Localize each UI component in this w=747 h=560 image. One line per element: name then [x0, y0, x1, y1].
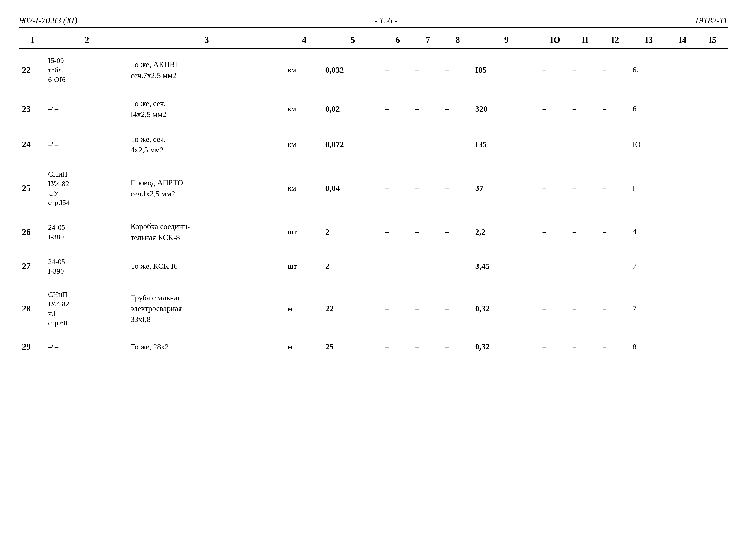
row-num: 29	[20, 335, 46, 359]
row-qty: 2	[323, 214, 383, 250]
col-header-5: 5	[323, 31, 383, 49]
row-num: 22	[20, 49, 46, 91]
col-header-8: 8	[443, 31, 473, 49]
row-d6: –	[383, 127, 413, 162]
row-d11: –	[570, 250, 600, 283]
col-header-II: II	[570, 31, 600, 49]
row-d7: –	[413, 214, 443, 250]
row-d11: –	[570, 91, 600, 127]
row-ref: СНиПIУ.4.82ч.Iстр.68	[46, 283, 128, 335]
row-note: I	[630, 162, 667, 214]
row-qty: 0,072	[323, 127, 383, 162]
row-ref: 24-05I-389	[46, 214, 128, 250]
row-d12: –	[600, 214, 630, 250]
row-d11: –	[570, 127, 600, 162]
row-d8: –	[443, 127, 473, 162]
table-row: 29–"–То же, 28x2м25–––0,32–––8	[20, 335, 727, 359]
row-unit: м	[286, 335, 323, 359]
row-ref: –"–	[46, 127, 128, 162]
row-d12: –	[600, 250, 630, 283]
row-qty: 2	[323, 250, 383, 283]
row-d6: –	[383, 49, 413, 91]
row-d11: –	[570, 49, 600, 91]
row-d8: –	[443, 91, 473, 127]
row-desc: Труба стальнаяэлектросварная33хI,8	[128, 283, 286, 335]
row-note: 8	[630, 335, 667, 359]
main-table: I 2 3 4 5 6 7 8 9 IO II I2 I3 I4 I5 22I5…	[20, 31, 727, 359]
row-d6: –	[383, 335, 413, 359]
row-desc: Провод АПРТОсеч.Iх2,5 мм2	[128, 162, 286, 214]
row-d10: –	[540, 127, 570, 162]
row-weight: 37	[473, 162, 540, 214]
row-num: 25	[20, 162, 46, 214]
row-num: 24	[20, 127, 46, 162]
row-desc: То же, сеч.4x2,5 мм2	[128, 127, 286, 162]
row-d10: –	[540, 162, 570, 214]
col-header-3: 3	[128, 31, 286, 49]
row-d10: –	[540, 49, 570, 91]
row-d8: –	[443, 250, 473, 283]
col-header-7: 7	[413, 31, 443, 49]
row-unit: км	[286, 162, 323, 214]
row-ref: –"–	[46, 91, 128, 127]
row-desc: То же, КСК-I6	[128, 250, 286, 283]
header-left: 902-I-70.83 (XI)	[20, 15, 77, 26]
col-header-I2: I2	[600, 31, 630, 49]
row-note: 4	[630, 214, 667, 250]
row-d15	[698, 335, 727, 359]
row-d7: –	[413, 335, 443, 359]
row-unit: м	[286, 283, 323, 335]
row-ref: –"–	[46, 335, 128, 359]
col-header-9: 9	[473, 31, 540, 49]
row-note: IO	[630, 127, 667, 162]
row-d12: –	[600, 49, 630, 91]
row-weight: I35	[473, 127, 540, 162]
row-qty: 0,032	[323, 49, 383, 91]
col-header-I3: I3	[630, 31, 667, 49]
row-unit: шт	[286, 250, 323, 283]
row-d14	[667, 250, 697, 283]
row-d7: –	[413, 49, 443, 91]
row-desc: То же, 28x2	[128, 335, 286, 359]
row-num: 28	[20, 283, 46, 335]
row-num: 27	[20, 250, 46, 283]
col-header-I4: I4	[667, 31, 697, 49]
row-d7: –	[413, 250, 443, 283]
row-d15	[698, 127, 727, 162]
col-header-6: 6	[383, 31, 413, 49]
row-d7: –	[413, 162, 443, 214]
table-row: 23–"–То же, сеч.I4x2,5 мм2км0,02–––320––…	[20, 91, 727, 127]
row-d6: –	[383, 250, 413, 283]
row-unit: км	[286, 91, 323, 127]
row-unit: км	[286, 49, 323, 91]
table-row: 2724-05I-390То же, КСК-I6шт2–––3,45–––7	[20, 250, 727, 283]
row-ref: СНиПIУ.4.82ч.Устр.I54	[46, 162, 128, 214]
row-d10: –	[540, 91, 570, 127]
table-row: 25СНиПIУ.4.82ч.Устр.I54Провод АПРТОсеч.I…	[20, 162, 727, 214]
row-qty: 0,04	[323, 162, 383, 214]
col-header-IO: IO	[540, 31, 570, 49]
row-weight: 2,2	[473, 214, 540, 250]
row-desc: То же, сеч.I4x2,5 мм2	[128, 91, 286, 127]
row-weight: 0,32	[473, 283, 540, 335]
row-d11: –	[570, 214, 600, 250]
row-unit: км	[286, 127, 323, 162]
row-d15	[698, 250, 727, 283]
row-d12: –	[600, 127, 630, 162]
col-header-4: 4	[286, 31, 323, 49]
row-d6: –	[383, 162, 413, 214]
row-d6: –	[383, 214, 413, 250]
row-d15	[698, 49, 727, 91]
table-row: 28СНиПIУ.4.82ч.Iстр.68Труба стальнаяэлек…	[20, 283, 727, 335]
table-row: 2624-05I-389Коробка соедини-тельная КСК-…	[20, 214, 727, 250]
row-d12: –	[600, 162, 630, 214]
row-weight: I85	[473, 49, 540, 91]
row-d14	[667, 162, 697, 214]
row-ref: 24-05I-390	[46, 250, 128, 283]
row-d15	[698, 283, 727, 335]
header-center: - 156 -	[375, 15, 398, 26]
row-d7: –	[413, 91, 443, 127]
header-right: 19182-11	[695, 15, 727, 26]
row-d11: –	[570, 283, 600, 335]
row-d14	[667, 283, 697, 335]
